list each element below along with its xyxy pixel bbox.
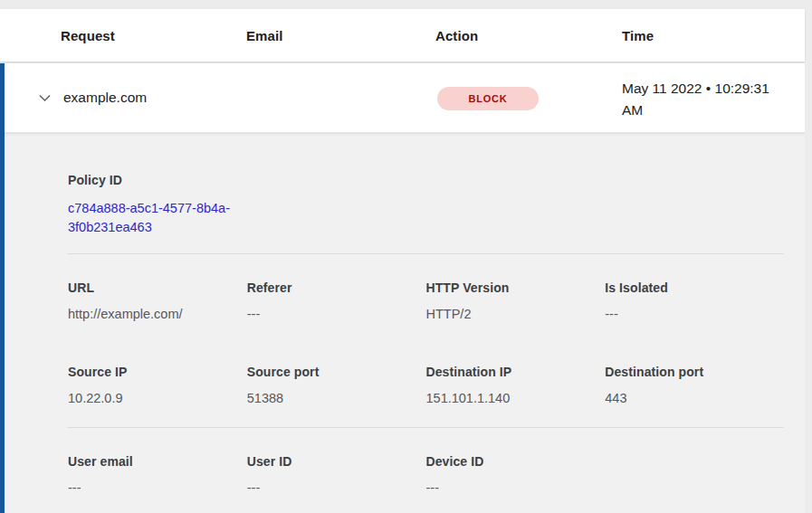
field-value: 51388 — [247, 391, 426, 405]
field-value: 443 — [605, 391, 784, 405]
divider — [68, 427, 784, 428]
field-value: 10.22.0.9 — [68, 391, 247, 405]
field-value: --- — [605, 307, 784, 321]
field-source-port: Source port 51388 — [247, 365, 426, 405]
field-is-isolated: Is Isolated --- — [605, 280, 784, 321]
field-http-version: HTTP Version HTTP/2 — [426, 280, 606, 321]
field-label: Source IP — [68, 365, 247, 379]
table-header: Request Email Action Time — [0, 9, 805, 62]
field-label: Device ID — [426, 454, 606, 469]
divider — [68, 253, 784, 254]
field-value: --- — [247, 307, 426, 321]
field-label: User email — [68, 454, 247, 469]
field-value: 151.101.1.140 — [426, 391, 606, 405]
field-destination-ip: Destination IP 151.101.1.140 — [426, 365, 606, 405]
collapse-row-button[interactable] — [34, 88, 54, 108]
field-source-ip: Source IP 10.22.0.9 — [68, 365, 247, 405]
field-value: --- — [426, 480, 606, 495]
column-header-email: Email — [246, 28, 435, 43]
column-header-request: Request — [61, 28, 246, 43]
policy-id-section: Policy ID c784a888-a5c1-4577-8b4a-3f0b23… — [68, 173, 784, 237]
details-row-3: User email --- User ID --- Device ID --- — [68, 454, 784, 495]
row-time-value: May 11 2022 • 10:29:31 AM — [622, 78, 783, 121]
field-value: --- — [247, 480, 426, 495]
field-value: --- — [68, 480, 247, 495]
details-row-2: Source IP 10.22.0.9 Source port 51388 De… — [68, 365, 784, 405]
field-label: URL — [68, 280, 247, 295]
gateway-log-viewer: Request Email Action Time example.com BL… — [0, 0, 812, 513]
field-label: Is Isolated — [605, 280, 784, 295]
field-label: Destination IP — [426, 365, 606, 379]
field-label: Referer — [247, 280, 426, 295]
field-url: URL http://example.com/ — [68, 280, 247, 321]
policy-id-link[interactable]: c784a888-a5c1-4577-8b4a-3f0b231ea463 — [68, 199, 254, 237]
row-details-panel: Policy ID c784a888-a5c1-4577-8b4a-3f0b23… — [0, 136, 805, 513]
field-label: Destination port — [605, 365, 784, 379]
field-value: HTTP/2 — [426, 307, 606, 321]
field-referer: Referer --- — [247, 280, 426, 321]
field-user-id: User ID --- — [247, 454, 426, 495]
details-row-1: URL http://example.com/ Referer --- HTTP… — [68, 280, 784, 321]
chevron-down-icon — [37, 90, 53, 106]
field-device-id: Device ID --- — [426, 454, 606, 495]
field-destination-port: Destination port 443 — [605, 365, 784, 405]
status-badge: BLOCK — [437, 87, 539, 110]
field-label: HTTP Version — [426, 280, 606, 295]
selected-row-accent-bar — [0, 63, 5, 513]
field-user-email: User email --- — [68, 454, 247, 495]
field-label: User ID — [247, 454, 426, 469]
column-header-time: Time — [622, 28, 805, 43]
field-value: http://example.com/ — [68, 307, 247, 321]
row-request-value: example.com — [63, 90, 147, 106]
column-header-action: Action — [435, 28, 622, 43]
policy-id-label: Policy ID — [68, 173, 784, 187]
field-label: Source port — [247, 365, 426, 379]
table-row[interactable]: example.com BLOCK May 11 2022 • 10:29:31… — [0, 63, 805, 134]
field-empty — [605, 454, 784, 495]
